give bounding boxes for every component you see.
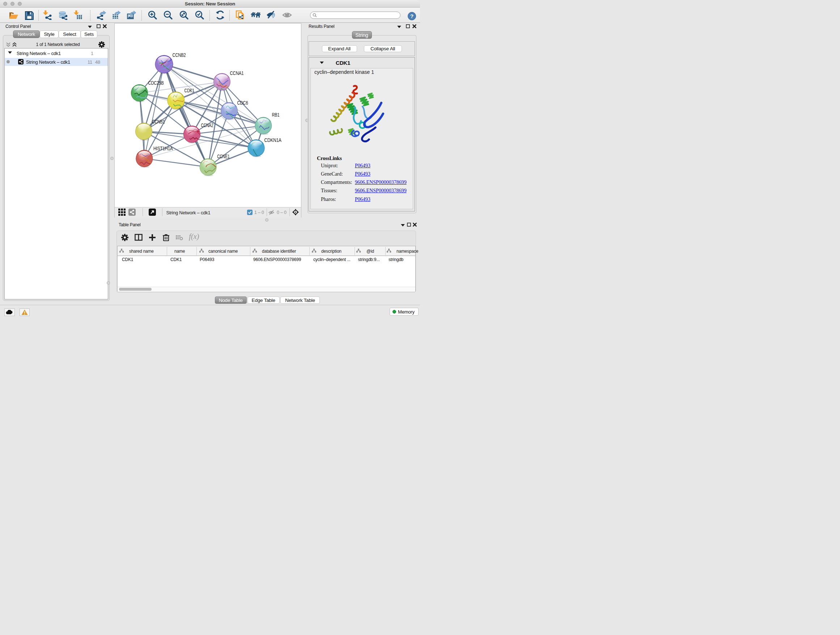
- svg-text:CDC6: CDC6: [237, 100, 248, 106]
- svg-text:CCNE1: CCNE1: [217, 154, 230, 159]
- svg-text:CDKN1A: CDKN1A: [264, 137, 281, 143]
- svg-text:CCNB1: CCNB1: [152, 119, 164, 125]
- svg-text:CDK1: CDK1: [184, 88, 194, 93]
- svg-text:CCNB2: CCNB2: [172, 52, 186, 58]
- svg-text:HIST1H1A: HIST1H1A: [153, 146, 172, 151]
- svg-text:RB1: RB1: [272, 112, 279, 118]
- svg-text:CCNA2: CCNA2: [201, 122, 213, 128]
- svg-text:CCNA1: CCNA1: [230, 70, 243, 76]
- svg-text:CDC25B: CDC25B: [148, 80, 164, 86]
